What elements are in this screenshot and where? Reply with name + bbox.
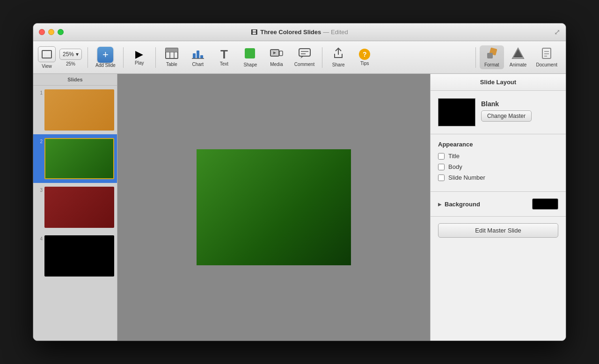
- svg-rect-8: [197, 51, 199, 58]
- divider-2: [123, 47, 124, 68]
- toolbar-view-group: View: [38, 46, 56, 69]
- layout-name: Blank: [481, 100, 532, 108]
- maximize-button[interactable]: [58, 29, 64, 35]
- slide-thumbnail-3: [44, 187, 114, 228]
- slide-thumbnail-1: [44, 89, 114, 131]
- svg-rect-15: [279, 51, 283, 56]
- slide-number-4: 4: [36, 236, 43, 241]
- media-icon: [270, 48, 283, 61]
- slide-thumb-green: [44, 138, 114, 179]
- edit-master-button[interactable]: Edit Master Slide: [438, 223, 558, 238]
- chart-label: Chart: [192, 62, 204, 67]
- format-icon: [485, 47, 498, 61]
- background-color-swatch[interactable]: [532, 198, 558, 210]
- slide-thumb-orange: [44, 89, 114, 131]
- slide-number-checkbox-row: Slide Number: [438, 174, 558, 181]
- canvas-area[interactable]: [117, 74, 430, 341]
- body-checkbox[interactable]: [438, 164, 445, 170]
- window-controls: [39, 29, 64, 35]
- appearance-section: Appearance Title Body Slide Number: [431, 134, 566, 192]
- divider-1: [88, 47, 88, 68]
- table-icon: [165, 48, 178, 61]
- svg-rect-11: [245, 48, 255, 58]
- document-button[interactable]: Document: [532, 45, 561, 69]
- body-label[interactable]: Body: [448, 163, 462, 170]
- view-label: View: [42, 64, 52, 69]
- slide-number-3: 3: [36, 188, 43, 193]
- text-button[interactable]: T Text: [212, 46, 236, 68]
- edit-master-section: Edit Master Slide: [431, 217, 566, 244]
- share-label: Share: [332, 62, 345, 67]
- divider-5: [475, 47, 476, 68]
- slide-thumbnail-4: [44, 235, 114, 277]
- media-label: Media: [270, 62, 283, 67]
- document-label: Document: [536, 62, 557, 67]
- slides-header: Slides: [33, 74, 117, 86]
- add-slide-icon: +: [97, 47, 113, 63]
- main-window: 🎞 Three Colored Slides — Edited ⤢ View 2…: [33, 23, 566, 341]
- zoom-control[interactable]: 25% ▾: [59, 49, 82, 60]
- slide-number-checkbox[interactable]: [438, 175, 445, 181]
- slide-layout-header: Slide Layout: [431, 74, 566, 91]
- table-button[interactable]: Table: [160, 46, 184, 69]
- svg-rect-7: [193, 53, 196, 58]
- slide-item-1[interactable]: 1: [33, 86, 117, 134]
- tips-button[interactable]: ? Tips: [352, 47, 377, 68]
- share-button[interactable]: Share: [326, 45, 351, 69]
- play-label: Play: [135, 60, 144, 66]
- title-label[interactable]: Title: [448, 153, 460, 160]
- svg-rect-16: [299, 49, 310, 56]
- fullscreen-button[interactable]: ⤢: [554, 28, 560, 36]
- svg-rect-21: [487, 53, 493, 58]
- main-content: Slides 1 2 3: [33, 74, 566, 341]
- media-button[interactable]: Media: [264, 46, 289, 69]
- title-checkbox[interactable]: [438, 153, 445, 160]
- svg-rect-9: [200, 55, 203, 58]
- view-icon: [42, 50, 52, 58]
- appearance-title: Appearance: [438, 141, 558, 148]
- format-button[interactable]: Format: [480, 45, 504, 69]
- background-title: Background: [445, 201, 480, 208]
- share-icon: [332, 47, 345, 61]
- document-icon: [540, 47, 553, 61]
- comment-button[interactable]: Comment: [291, 46, 318, 69]
- layout-preview-thumbnail: [438, 98, 475, 126]
- divider-3: [155, 47, 156, 68]
- svg-rect-24: [542, 48, 551, 58]
- slide-canvas: [197, 149, 351, 265]
- change-master-button[interactable]: Change Master: [481, 110, 532, 122]
- title-checkbox-row: Title: [438, 153, 558, 160]
- add-slide-label: Add Slide: [95, 63, 116, 68]
- window-subtitle: — Edited: [323, 29, 348, 36]
- slide-number-1: 1: [36, 90, 43, 95]
- window-title: Three Colored Slides: [260, 29, 321, 36]
- body-checkbox-row: Body: [438, 163, 558, 170]
- view-button[interactable]: [38, 46, 56, 62]
- tips-icon: ?: [359, 49, 370, 60]
- background-expand-arrow[interactable]: ▶: [438, 202, 442, 207]
- slide-thumb-black: [44, 235, 114, 277]
- toolbar-zoom-group: 25% ▾ 25%: [59, 49, 82, 66]
- app-icon: 🎞: [251, 29, 257, 36]
- close-button[interactable]: [39, 29, 45, 35]
- minimize-button[interactable]: [48, 29, 54, 35]
- slide-thumb-red: [44, 187, 114, 228]
- background-title-row: ▶ Background: [438, 201, 480, 208]
- play-button[interactable]: ▶ Play: [127, 47, 152, 67]
- slide-thumbnail-2: [44, 138, 114, 179]
- animate-button[interactable]: Animate: [506, 45, 531, 69]
- slide-item-4[interactable]: 4: [33, 232, 117, 280]
- slide-number-label[interactable]: Slide Number: [448, 174, 485, 181]
- shape-button[interactable]: Shape: [238, 45, 263, 69]
- right-panel: Slide Layout Blank Change Master Appeara…: [430, 74, 566, 341]
- text-icon: T: [220, 48, 228, 60]
- zoom-value: 25%: [63, 51, 74, 58]
- tips-label: Tips: [360, 61, 369, 66]
- animate-icon: [511, 47, 525, 61]
- chart-button[interactable]: Chart: [186, 46, 210, 69]
- table-label: Table: [166, 62, 177, 67]
- add-slide-button[interactable]: + Add Slide: [92, 45, 119, 70]
- svg-rect-4: [166, 48, 170, 52]
- slide-item-3[interactable]: 3: [33, 183, 117, 232]
- slide-item-2[interactable]: 2: [33, 134, 117, 183]
